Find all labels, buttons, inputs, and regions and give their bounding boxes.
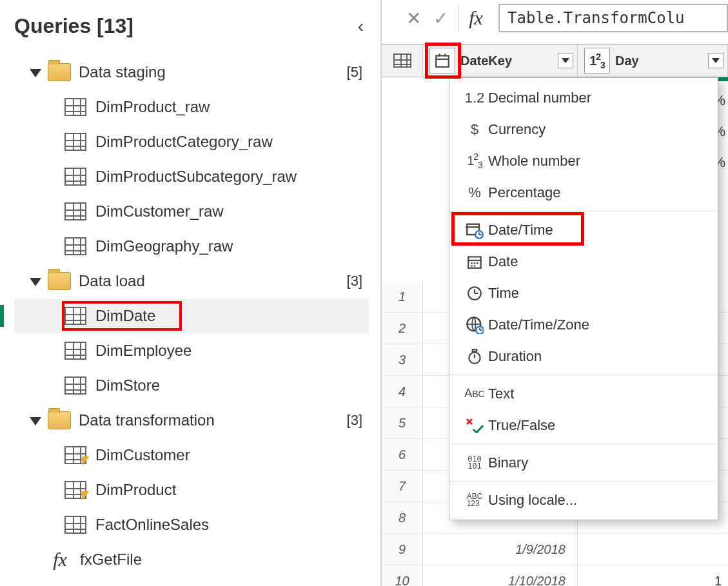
- whole-number-icon: 123: [461, 151, 488, 170]
- type-duration[interactable]: Duration: [449, 340, 718, 372]
- table-icon: [64, 168, 86, 186]
- query-dimproduct[interactable]: DimProduct: [14, 473, 369, 507]
- menu-separator: [449, 375, 718, 375]
- folder-count: [3]: [347, 273, 362, 289]
- type-text[interactable]: ABC Text: [449, 378, 718, 409]
- type-currency[interactable]: $ Currency: [449, 113, 718, 145]
- decimal-icon: 1.2: [461, 90, 488, 106]
- caret-down-icon: [30, 278, 41, 286]
- filter-dropdown-button[interactable]: [558, 53, 573, 68]
- commit-formula-button[interactable]: ✓: [427, 5, 454, 32]
- table-bolt-icon: [64, 481, 86, 499]
- folder-data-staging[interactable]: Data staging [5]: [14, 55, 369, 90]
- svg-point-14: [471, 265, 473, 267]
- row-index: 10: [382, 565, 423, 586]
- menu-label: Time: [488, 285, 519, 302]
- query-label: DimDate: [95, 307, 155, 325]
- locale-icon: ABC123: [461, 493, 488, 507]
- menu-label: Using locale...: [488, 492, 577, 509]
- query-dimproductcategory-raw[interactable]: DimProductCategory_raw: [14, 124, 369, 159]
- menu-label: Whole number: [488, 153, 580, 170]
- filter-dropdown-button[interactable]: [708, 53, 723, 68]
- cancel-formula-button[interactable]: ✕: [400, 5, 427, 32]
- menu-label: Text: [488, 386, 514, 402]
- query-factonlinesales[interactable]: FactOnlineSales: [14, 507, 369, 542]
- type-picker-datekey[interactable]: [429, 48, 455, 73]
- table-icon: [64, 307, 86, 325]
- type-percentage[interactable]: % Percentage: [449, 177, 718, 208]
- caret-down-icon: [30, 417, 41, 425]
- folder-count: [5]: [347, 64, 362, 81]
- row-index: 3: [382, 344, 423, 375]
- bool-icon: [461, 418, 488, 433]
- table-icon: [64, 342, 86, 360]
- query-dimdate[interactable]: DimDate: [14, 298, 369, 333]
- formula-input[interactable]: Table.TransformColu: [498, 4, 728, 32]
- query-dimcustomer[interactable]: DimCustomer: [14, 438, 369, 473]
- type-true-false[interactable]: True/False: [449, 409, 718, 441]
- folder-data-transformation[interactable]: Data transformation [3]: [14, 403, 369, 438]
- type-date-time[interactable]: Date/Time: [449, 214, 718, 246]
- datetimezone-icon: [461, 316, 488, 334]
- svg-point-20: [476, 326, 484, 334]
- table-row[interactable]: 9 1/9/2018: [382, 534, 728, 565]
- date-icon: [461, 253, 488, 270]
- query-label: DimCustomer: [95, 446, 190, 464]
- query-label: FactOnlineSales: [95, 516, 209, 534]
- type-time[interactable]: Time: [449, 277, 718, 309]
- type-date[interactable]: Date: [449, 246, 718, 277]
- type-decimal-number[interactable]: 1.2 Decimal number: [449, 82, 718, 113]
- table-row[interactable]: 10 1/10/2018 1: [382, 565, 728, 586]
- column-headers: DateKey 123 Day: [382, 44, 728, 77]
- query-fxgetfile[interactable]: fx fxGetFile: [14, 542, 369, 577]
- table-icon: [64, 98, 86, 116]
- menu-label: Duration: [488, 348, 542, 365]
- row-index: 8: [382, 502, 423, 533]
- svg-rect-25: [473, 349, 477, 351]
- type-using-locale[interactable]: ABC123 Using locale...: [449, 484, 718, 516]
- query-label: DimProduct: [95, 481, 176, 499]
- column-label: DateKey: [460, 54, 512, 68]
- table-icon: [64, 516, 86, 534]
- query-dimcustomer-raw[interactable]: DimCustomer_raw: [14, 194, 369, 229]
- caret-down-icon: [30, 69, 41, 77]
- percentage-icon: %: [461, 184, 488, 201]
- type-date-time-zone[interactable]: Date/Time/Zone: [449, 309, 718, 340]
- time-icon: [461, 285, 488, 302]
- type-whole-number[interactable]: 123 Whole number: [449, 145, 718, 177]
- currency-icon: $: [461, 121, 488, 138]
- folder-label: Data staging: [79, 63, 166, 81]
- query-dimproduct-raw[interactable]: DimProduct_raw: [14, 90, 369, 124]
- row-index: 5: [382, 407, 423, 438]
- column-day-header[interactable]: 123 Day: [578, 44, 728, 77]
- table-bolt-icon: [64, 446, 86, 464]
- folder-data-load[interactable]: Data load [3]: [14, 264, 369, 298]
- menu-label: Percentage: [488, 184, 561, 201]
- type-binary[interactable]: 010101 Binary: [449, 447, 718, 478]
- column-datekey-header[interactable]: DateKey: [423, 44, 578, 77]
- svg-point-12: [474, 262, 476, 264]
- fx-button[interactable]: fx: [462, 5, 489, 32]
- binary-icon: 010101: [461, 456, 488, 470]
- whole-number-icon: 123: [589, 52, 605, 70]
- query-label: DimCustomer_raw: [95, 202, 224, 220]
- folder-count: [3]: [347, 412, 362, 429]
- select-all-button[interactable]: [382, 44, 423, 77]
- menu-label: True/False: [488, 417, 555, 434]
- cell: [578, 534, 728, 565]
- selection-indicator: [0, 305, 4, 327]
- folder-icon: [48, 63, 71, 81]
- svg-rect-0: [436, 55, 449, 66]
- menu-separator: [449, 211, 718, 211]
- row-index: 7: [382, 471, 423, 502]
- duration-icon: [461, 348, 488, 365]
- query-dimstore[interactable]: DimStore: [14, 368, 369, 403]
- formula-bar: ✕ ✓ fx Table.TransformColu: [382, 0, 728, 36]
- collapse-pane-button[interactable]: ‹: [358, 16, 369, 37]
- query-dimproductsubcategory-raw[interactable]: DimProductSubcategory_raw: [14, 159, 369, 194]
- menu-label: Date/Time/Zone: [488, 317, 589, 333]
- query-dimemployee[interactable]: DimEmployee: [14, 333, 369, 368]
- type-picker-day[interactable]: 123: [584, 48, 610, 73]
- svg-point-11: [471, 262, 473, 264]
- query-dimgeography-raw[interactable]: DimGeography_raw: [14, 229, 369, 264]
